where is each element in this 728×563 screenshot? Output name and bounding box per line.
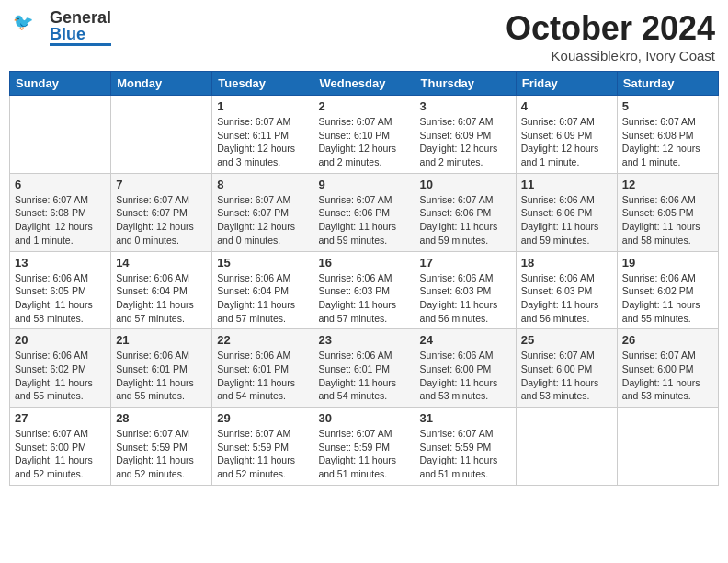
page-title: October 2024 [506,9,715,48]
page-subtitle: Kouassiblekro, Ivory Coast [506,48,715,63]
calendar-cell: 6Sunrise: 6:07 AM Sunset: 6:08 PM Daylig… [10,173,111,251]
calendar-cell: 9Sunrise: 6:07 AM Sunset: 6:06 PM Daylig… [313,173,415,251]
calendar-day-number: 16 [318,256,409,270]
calendar-cell: 1Sunrise: 6:07 AM Sunset: 6:11 PM Daylig… [212,96,313,174]
calendar-day-number: 17 [420,256,511,270]
calendar-day-number: 11 [521,178,612,191]
calendar-day-header: Thursday [415,72,516,96]
calendar-day-number: 15 [217,256,308,270]
calendar-cell-info: Sunrise: 6:06 AM Sunset: 6:04 PM Dayligh… [116,271,207,326]
logo-words: General Blue [50,9,111,46]
calendar-week-row: 13Sunrise: 6:06 AM Sunset: 6:05 PM Dayli… [10,251,719,329]
calendar-cell [617,408,718,486]
calendar-cell-info: Sunrise: 6:07 AM Sunset: 6:06 PM Dayligh… [318,193,409,247]
calendar-cell-info: Sunrise: 6:06 AM Sunset: 6:02 PM Dayligh… [15,349,106,403]
calendar-cell-info: Sunrise: 6:07 AM Sunset: 6:08 PM Dayligh… [622,115,713,169]
calendar-cell: 25Sunrise: 6:07 AM Sunset: 6:00 PM Dayli… [516,329,617,408]
calendar-day-number: 19 [622,256,713,270]
calendar-cell-info: Sunrise: 6:07 AM Sunset: 6:08 PM Dayligh… [15,193,106,247]
calendar-table: SundayMondayTuesdayWednesdayThursdayFrid… [9,71,719,486]
calendar-cell-info: Sunrise: 6:06 AM Sunset: 6:01 PM Dayligh… [318,349,409,403]
calendar-cell-info: Sunrise: 6:07 AM Sunset: 6:07 PM Dayligh… [217,193,308,247]
calendar-day-number: 28 [116,411,207,425]
calendar-day-number: 25 [521,333,612,347]
title-section: October 2024 Kouassiblekro, Ivory Coast [506,9,715,63]
calendar-cell-info: Sunrise: 6:07 AM Sunset: 6:11 PM Dayligh… [217,115,308,169]
calendar-cell-info: Sunrise: 6:07 AM Sunset: 6:06 PM Dayligh… [420,193,511,247]
calendar-cell: 4Sunrise: 6:07 AM Sunset: 6:09 PM Daylig… [516,96,617,174]
calendar-day-number: 9 [318,178,409,191]
calendar-day-number: 26 [622,333,713,347]
logo-icon: 🐦 [13,11,46,44]
calendar-day-number: 2 [318,99,409,113]
calendar-day-header: Monday [111,72,212,96]
calendar-cell: 10Sunrise: 6:07 AM Sunset: 6:06 PM Dayli… [415,173,516,251]
calendar-cell-info: Sunrise: 6:06 AM Sunset: 6:01 PM Dayligh… [116,349,207,403]
calendar-cell: 11Sunrise: 6:06 AM Sunset: 6:06 PM Dayli… [516,173,617,251]
calendar-day-header: Wednesday [313,72,415,96]
calendar-cell: 26Sunrise: 6:07 AM Sunset: 6:00 PM Dayli… [617,329,718,408]
calendar-cell-info: Sunrise: 6:07 AM Sunset: 6:07 PM Dayligh… [116,193,207,247]
calendar-day-number: 12 [622,178,713,191]
calendar-cell: 8Sunrise: 6:07 AM Sunset: 6:07 PM Daylig… [212,173,313,251]
calendar-cell: 13Sunrise: 6:06 AM Sunset: 6:05 PM Dayli… [10,251,111,329]
calendar-cell: 17Sunrise: 6:06 AM Sunset: 6:03 PM Dayli… [415,251,516,329]
calendar-day-number: 3 [420,99,511,113]
calendar-day-number: 24 [420,333,511,347]
calendar-cell [516,408,617,486]
calendar-cell-info: Sunrise: 6:06 AM Sunset: 6:06 PM Dayligh… [521,193,612,247]
calendar-day-number: 18 [521,256,612,270]
calendar-week-row: 6Sunrise: 6:07 AM Sunset: 6:08 PM Daylig… [10,173,719,251]
calendar-cell: 22Sunrise: 6:06 AM Sunset: 6:01 PM Dayli… [212,329,313,408]
calendar-week-row: 20Sunrise: 6:06 AM Sunset: 6:02 PM Dayli… [10,329,719,408]
calendar-cell: 15Sunrise: 6:06 AM Sunset: 6:04 PM Dayli… [212,251,313,329]
logo-general-text: General [50,9,111,26]
calendar-day-number: 30 [318,411,409,425]
calendar-day-number: 21 [116,333,207,347]
calendar-day-header: Friday [516,72,617,96]
calendar-cell: 2Sunrise: 6:07 AM Sunset: 6:10 PM Daylig… [313,96,415,174]
calendar-cell: 31Sunrise: 6:07 AM Sunset: 5:59 PM Dayli… [415,408,516,486]
calendar-cell-info: Sunrise: 6:07 AM Sunset: 6:00 PM Dayligh… [622,349,713,403]
calendar-cell: 24Sunrise: 6:06 AM Sunset: 6:00 PM Dayli… [415,329,516,408]
calendar-cell: 12Sunrise: 6:06 AM Sunset: 6:05 PM Dayli… [617,173,718,251]
svg-text:🐦: 🐦 [13,12,34,32]
calendar-cell: 29Sunrise: 6:07 AM Sunset: 5:59 PM Dayli… [212,408,313,486]
calendar-cell: 23Sunrise: 6:06 AM Sunset: 6:01 PM Dayli… [313,329,415,408]
logo-blue-text: Blue [50,26,111,42]
calendar-cell-info: Sunrise: 6:07 AM Sunset: 5:59 PM Dayligh… [318,427,409,481]
calendar-cell [111,96,212,174]
calendar-week-row: 1Sunrise: 6:07 AM Sunset: 6:11 PM Daylig… [10,96,719,174]
logo: 🐦 General Blue [13,9,111,46]
calendar-cell: 30Sunrise: 6:07 AM Sunset: 5:59 PM Dayli… [313,408,415,486]
calendar-day-number: 29 [217,411,308,425]
calendar-cell: 19Sunrise: 6:06 AM Sunset: 6:02 PM Dayli… [617,251,718,329]
calendar-cell-info: Sunrise: 6:06 AM Sunset: 6:04 PM Dayligh… [217,271,308,326]
calendar-cell: 5Sunrise: 6:07 AM Sunset: 6:08 PM Daylig… [617,96,718,174]
calendar-cell [10,96,111,174]
calendar-cell-info: Sunrise: 6:07 AM Sunset: 6:00 PM Dayligh… [521,349,612,403]
calendar-cell: 14Sunrise: 6:06 AM Sunset: 6:04 PM Dayli… [111,251,212,329]
calendar-cell: 27Sunrise: 6:07 AM Sunset: 6:00 PM Dayli… [10,408,111,486]
calendar-day-number: 4 [521,99,612,113]
calendar-cell-info: Sunrise: 6:07 AM Sunset: 5:59 PM Dayligh… [116,427,207,481]
calendar-cell-info: Sunrise: 6:07 AM Sunset: 6:00 PM Dayligh… [15,427,106,481]
calendar-day-header: Sunday [10,72,111,96]
calendar-cell-info: Sunrise: 6:07 AM Sunset: 6:09 PM Dayligh… [521,115,612,169]
calendar-day-number: 14 [116,256,207,270]
calendar-cell-info: Sunrise: 6:06 AM Sunset: 6:03 PM Dayligh… [521,271,612,326]
calendar-cell-info: Sunrise: 6:06 AM Sunset: 6:03 PM Dayligh… [420,271,511,326]
calendar-day-number: 23 [318,333,409,347]
calendar-cell: 20Sunrise: 6:06 AM Sunset: 6:02 PM Dayli… [10,329,111,408]
calendar-cell: 18Sunrise: 6:06 AM Sunset: 6:03 PM Dayli… [516,251,617,329]
calendar-day-number: 8 [217,178,308,191]
calendar-cell-info: Sunrise: 6:06 AM Sunset: 6:05 PM Dayligh… [15,271,106,326]
calendar-cell-info: Sunrise: 6:06 AM Sunset: 6:01 PM Dayligh… [217,349,308,403]
calendar-day-number: 1 [217,99,308,113]
calendar-cell-info: Sunrise: 6:06 AM Sunset: 6:02 PM Dayligh… [622,271,713,326]
calendar-cell: 7Sunrise: 6:07 AM Sunset: 6:07 PM Daylig… [111,173,212,251]
header: 🐦 General Blue October 2024 Kouassiblekr… [9,9,719,63]
calendar-day-number: 10 [420,178,511,191]
calendar-day-number: 7 [116,178,207,191]
calendar-cell-info: Sunrise: 6:07 AM Sunset: 5:59 PM Dayligh… [420,427,511,481]
